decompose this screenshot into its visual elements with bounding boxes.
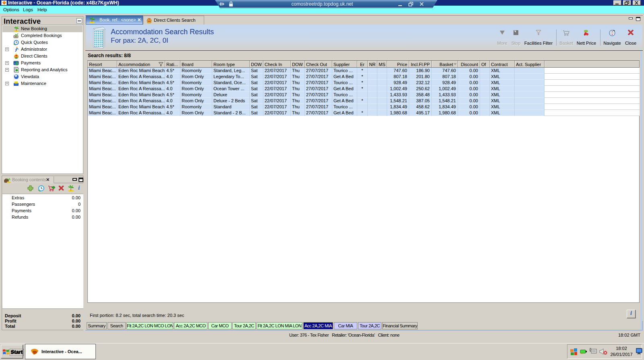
svg-text:$: $ — [16, 61, 18, 66]
